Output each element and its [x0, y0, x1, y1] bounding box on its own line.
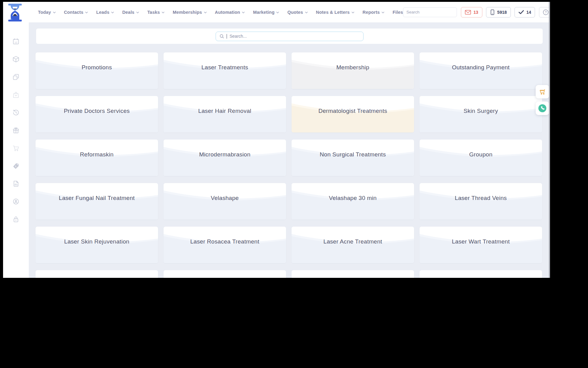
category-card-laser-treatments[interactable]: Laser Treatments [164, 52, 286, 89]
lock-icon[interactable] [12, 216, 20, 223]
category-card-label: Microdermabrasion [164, 151, 286, 158]
category-card-label: Dermatologist Treatments [292, 108, 414, 114]
category-card-laser-rosacea-treatment[interactable]: Laser Rosacea Treatment [164, 227, 286, 263]
history-icon[interactable] [12, 109, 20, 116]
card-wave-decoration [164, 270, 286, 278]
category-card-label: Laser Skin Rejuvenation [36, 238, 158, 245]
search-input[interactable]: Search... [216, 32, 364, 41]
category-card-membership[interactable]: Membership [292, 52, 414, 89]
chevron-down-icon [111, 12, 114, 13]
chevron-down-icon [276, 12, 279, 13]
nav-item-reports[interactable]: Reports [363, 10, 384, 15]
category-card-private-doctors-services[interactable]: Private Doctors Services [36, 96, 158, 132]
nav-item-today[interactable]: Today [38, 10, 56, 15]
nav-item-deals[interactable]: Deals [122, 10, 139, 15]
package-icon[interactable] [12, 56, 20, 63]
category-card-label: Outstanding Payment [420, 64, 542, 71]
category-card-laser-wart-treatment[interactable]: Laser Wart Treatment [420, 227, 542, 263]
text-cursor [227, 34, 227, 39]
cart-float-button[interactable] [536, 85, 549, 98]
top-navbar: Today Contacts Leads Deals Tasks Members… [3, 2, 550, 22]
chevron-down-icon [352, 12, 354, 13]
category-card-skin-surgery[interactable]: Skin Surgery [420, 96, 542, 132]
nav-item-marketing[interactable]: Marketing [253, 10, 279, 15]
help-button[interactable]: ? [539, 7, 550, 17]
card-wave-decoration [36, 270, 158, 278]
card-wave-decoration [420, 270, 542, 278]
mail-badge[interactable]: 13 [461, 7, 482, 17]
nav-item-contacts[interactable]: Contacts [64, 10, 88, 15]
nav-item-leads[interactable]: Leads [96, 10, 114, 15]
vertical-scrollbar[interactable] [549, 2, 550, 278]
category-card-laser-fungal-nail-treatment[interactable]: Laser Fungal Nail Treatment [36, 183, 158, 220]
category-card[interactable] [36, 270, 158, 278]
category-card-label: Laser Treatments [164, 64, 286, 71]
nav-item-files[interactable]: Files [393, 10, 403, 15]
nav-item-tasks[interactable]: Tasks [147, 10, 164, 15]
chevron-down-icon [85, 12, 88, 13]
header-search-input[interactable] [403, 10, 457, 14]
chevron-down-icon [305, 12, 308, 13]
category-card-dermatologist-treatments[interactable]: Dermatologist Treatments [292, 96, 414, 132]
help-icon: ? [542, 9, 549, 16]
category-card-label: Laser Hair Removal [164, 108, 286, 114]
left-sidebar: 12$ [3, 22, 29, 278]
chevron-down-icon [382, 12, 384, 13]
chevron-down-icon [204, 12, 207, 13]
phone-badge[interactable]: 5918 [486, 7, 511, 17]
category-card-outstanding-payment[interactable]: Outstanding Payment [420, 52, 542, 89]
category-card-label: Promotions [36, 64, 158, 71]
main-nav: Today Contacts Leads Deals Tasks Members… [38, 10, 403, 15]
category-card-velashape[interactable]: Velashape [164, 183, 286, 220]
calendar-icon[interactable]: 12 [12, 38, 20, 45]
app-window: Today Contacts Leads Deals Tasks Members… [3, 2, 550, 278]
report-icon[interactable] [12, 180, 20, 187]
category-card-reformaskin[interactable]: Reformaskin [36, 140, 158, 176]
nav-item-memberships[interactable]: Memberships [173, 10, 207, 15]
category-card-label: Velashape 30 min [292, 195, 414, 201]
account-icon[interactable] [12, 198, 20, 205]
category-card-label: Skin Surgery [420, 108, 542, 114]
check-badge[interactable]: 14 [514, 7, 535, 17]
category-card-laser-acne-treatment[interactable]: Laser Acne Treatment [292, 227, 414, 263]
gift-icon[interactable] [12, 127, 20, 134]
shopping-bag-icon[interactable] [12, 91, 20, 98]
price-tag-icon[interactable]: $ [12, 162, 20, 170]
search-icon [220, 34, 224, 39]
category-card-label: Laser Acne Treatment [292, 238, 414, 245]
category-card-microdermabrasion[interactable]: Microdermabrasion [164, 140, 286, 176]
svg-text:?: ? [545, 10, 547, 14]
card-wave-decoration [292, 270, 414, 278]
phone-icon [490, 10, 495, 15]
whatsapp-float-button[interactable] [536, 102, 549, 115]
chevron-down-icon [242, 12, 245, 13]
category-card-promotions[interactable]: Promotions [36, 52, 158, 89]
category-card-laser-skin-rejuvenation[interactable]: Laser Skin Rejuvenation [36, 227, 158, 263]
category-card-label: Membership [292, 64, 414, 71]
category-card-label: Private Doctors Services [36, 108, 158, 114]
category-card[interactable] [420, 270, 542, 278]
search-placeholder: Search... [230, 34, 247, 39]
category-card[interactable] [292, 270, 414, 278]
svg-text:12: 12 [15, 41, 17, 44]
chevron-down-icon [136, 12, 139, 13]
category-card-laser-thread-veins[interactable]: Laser Thread Veins [420, 183, 542, 220]
search-panel: Search... [36, 29, 543, 44]
nav-item-notes-letters[interactable]: Notes & Letters [316, 10, 354, 15]
category-card-label: Laser Thread Veins [420, 195, 542, 201]
cart-icon[interactable] [12, 144, 20, 152]
nav-item-automation[interactable]: Automation [215, 10, 245, 15]
category-card-label: Groupon [420, 151, 542, 158]
app-logo-icon[interactable] [7, 4, 23, 21]
category-card-groupon[interactable]: Groupon [420, 140, 542, 176]
badge-count: 5918 [497, 10, 507, 15]
category-card-laser-hair-removal[interactable]: Laser Hair Removal [164, 96, 286, 132]
category-card-velashape-30-min[interactable]: Velashape 30 min [292, 183, 414, 220]
category-card-label: Velashape [164, 195, 286, 201]
category-card-non-surgical-treatments[interactable]: Non Surgical Treatments [292, 140, 414, 176]
copy-icon[interactable] [12, 73, 20, 81]
chevron-down-icon [162, 12, 164, 13]
nav-item-quotes[interactable]: Quotes [287, 10, 307, 15]
check-icon [518, 10, 524, 14]
category-card[interactable] [164, 270, 286, 278]
